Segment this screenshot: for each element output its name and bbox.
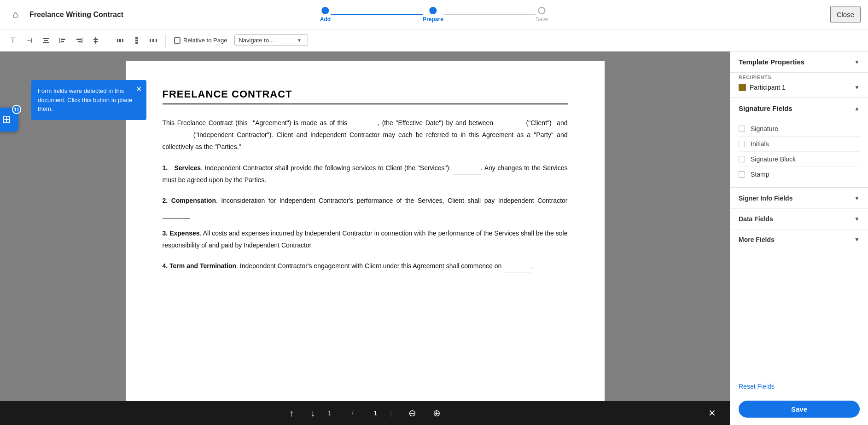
doc-section-2: 2. Compensation. Inconsideration for Ind… [163,195,568,218]
more-fields-header[interactable]: More Fields ▼ [730,229,868,250]
signer-info-fields-chevron: ▼ [854,195,860,201]
more-fields-chevron: ▼ [854,236,860,243]
sig-field-signature[interactable]: Signature [739,121,860,137]
svg-rect-19 [152,39,154,42]
field-placer-icon-container[interactable]: 11 ⊞ [0,108,18,132]
navigate-to-dropdown[interactable]: Navigate to... ▼ [234,34,308,46]
svg-rect-13 [119,39,121,42]
sig-field-signature-block[interactable]: Signature Block [739,152,860,167]
relative-checkbox-box [174,37,181,44]
home-button[interactable]: ⌂ [7,6,24,23]
svg-rect-8 [78,41,81,42]
align-center-v-icon[interactable]: ⊤ [22,33,37,48]
distribute-h-icon[interactable] [113,33,128,48]
distribute-even-icon[interactable] [146,33,161,48]
align-center-icon[interactable] [88,33,103,48]
template-properties-header[interactable]: Template Properties ▼ [730,52,868,72]
recipients-label: RECIPIENTS [739,75,860,80]
navigate-dropdown-arrow: ▼ [297,38,302,43]
toolbar-divider-1 [108,34,108,47]
progress-bar: Add Prepare Save [320,7,548,23]
svg-rect-9 [95,37,96,44]
zoom-out-button[interactable]: ⊖ [405,406,420,420]
step-prepare-label: Prepare [423,16,443,23]
toolbar: ⊤ ⊤ Relative to Page Navigate to... ▼ [0,29,868,52]
sig-field-stamp-label: Stamp [751,171,769,178]
sig-field-initials-checkbox [739,141,745,147]
document-area: 11 ⊞ ✕ Form fields were detected in this… [0,52,730,425]
page-separator-2 [363,409,365,417]
relative-to-page-checkbox[interactable]: Relative to Page [174,37,227,44]
sig-field-signature-block-label: Signature Block [751,155,796,163]
step-save-dot [538,7,546,14]
step-add-dot [321,7,329,14]
recipients-content: RECIPIENTS Participant 1 ▼ [730,73,868,98]
top-header: ⌂ Freelance Writing Contract Add Prepare… [0,0,868,29]
field-placer-badge: 11 [12,105,21,114]
svg-rect-20 [156,39,157,42]
bottom-bar: ↑ ↓ 1 / 1 | ⊖ ⊕ ✕ [0,401,730,425]
svg-rect-17 [135,42,138,44]
step-line-1 [331,14,423,15]
zoom-in-button[interactable]: ⊕ [429,406,444,420]
doc-section-1: 1. Services. Independent Contractor shal… [163,162,568,186]
svg-rect-5 [61,41,64,42]
svg-rect-16 [135,40,138,41]
participant-label: Participant 1 [750,84,786,91]
align-left-icon[interactable] [55,33,70,48]
signer-info-fields-title: Signer Info Fields [739,195,792,202]
doc-intro-paragraph: This Freelance Contract (this "Agreement… [163,117,568,153]
sig-field-stamp[interactable]: Stamp [739,167,860,182]
distribute-v-icon[interactable] [129,33,144,48]
sig-field-stamp-checkbox [739,171,745,178]
align-right-edge-icon[interactable] [72,33,87,48]
page-separator [341,409,343,417]
svg-rect-14 [122,39,123,42]
data-fields-header[interactable]: Data Fields ▼ [730,208,868,229]
tooltip-close-button[interactable]: ✕ [136,84,142,95]
document-title: Freelance Writing Contract [29,11,123,19]
close-header-button[interactable]: Close [830,6,861,23]
svg-rect-12 [117,39,118,42]
more-fields-title: More Fields [739,236,775,243]
relative-to-page-label: Relative to Page [183,37,227,44]
save-button-row: Save [730,397,868,425]
step-add-label: Add [320,16,331,23]
doc-section-4: 4. Term and Termination. Independent Con… [163,260,568,272]
scroll-down-button[interactable]: ↓ [307,406,319,420]
sig-field-signature-block-checkbox [739,156,745,162]
toolbar-divider-2 [165,34,166,47]
main-area: 11 ⊞ ✕ Form fields were detected in this… [0,52,868,425]
participant-chevron: ▼ [854,84,860,91]
tooltip-message: Form fields were detected in this docume… [38,87,132,112]
svg-rect-18 [150,39,151,42]
step-save-label: Save [536,16,548,23]
save-button[interactable]: Save [739,401,860,418]
bottom-close-button[interactable]: ✕ [708,408,716,419]
right-panel: Template Properties ▼ RECIPIENTS Partici… [730,52,868,425]
signature-fields-list: Signature Initials Signature Block Stamp [730,119,868,187]
svg-rect-3 [59,38,60,43]
signature-fields-header[interactable]: Signature Fields ▲ [730,98,868,119]
align-middle-icon[interactable] [39,33,53,48]
field-placer-icon: ⊞ [2,114,11,126]
reset-fields-link[interactable]: Reset Fields [739,383,775,390]
home-icon: ⌂ [13,9,18,20]
align-top-icon[interactable]: ⊤ [6,33,20,48]
svg-rect-2 [43,42,49,43]
participant-row[interactable]: Participant 1 ▼ [739,84,860,91]
data-fields-chevron: ▼ [854,216,860,222]
signature-fields-chevron: ▲ [854,105,860,112]
sig-field-initials[interactable]: Initials [739,137,860,152]
sig-field-signature-checkbox [739,126,745,132]
template-properties-title: Template Properties [739,58,804,66]
sig-field-initials-label: Initials [751,140,769,148]
doc-section-3: 3. Expenses. All costs and expenses incu… [163,228,568,251]
svg-rect-6 [82,38,82,43]
scroll-up-button[interactable]: ↑ [285,406,297,420]
participant-color-dot [739,84,746,91]
data-fields-title: Data Fields [739,215,773,223]
signer-info-fields-header[interactable]: Signer Info Fields ▼ [730,188,868,208]
template-properties-chevron: ▼ [854,59,860,65]
template-properties-section: Template Properties ▼ [730,52,868,73]
